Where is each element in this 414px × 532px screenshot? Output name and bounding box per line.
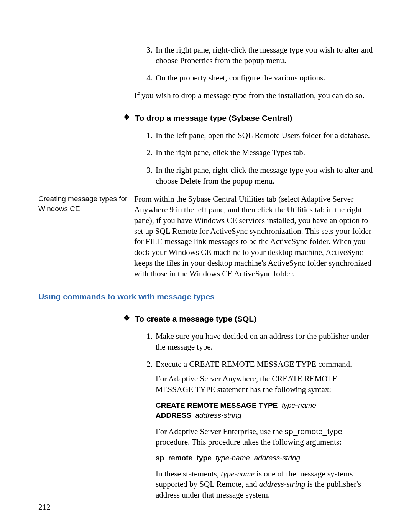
end-d: address-string [259, 479, 306, 489]
row-proc1: ❖ To drop a message type (Sybase Central… [38, 109, 376, 194]
syntax-create-remote: CREATE REMOTE MESSAGE TYPE type-name ADD… [156, 401, 376, 421]
arg-type-name: type-name [215, 454, 250, 462]
kw-address: ADDRESS [156, 411, 191, 419]
asa-para: For Adaptive Server Anywhere, the CREATE… [156, 374, 376, 395]
proc2-step-1: 1. Make sure you have decided on an addr… [134, 331, 376, 352]
step-text: In the left pane, open the SQL Remote Us… [156, 130, 376, 141]
proc2-details: For Adaptive Server Anywhere, the CREATE… [134, 374, 376, 501]
side-para: From within the Sybase Central Utilities… [134, 194, 376, 279]
proc2: ❖ To create a message type (SQL) 1. Make… [123, 310, 376, 506]
arg-type-name: type-name [282, 401, 316, 409]
end-a: In these statements, [156, 469, 221, 478]
proc1-step-2: 2. In the right pane, click the Message … [134, 148, 376, 158]
ase-text-a: For Adaptive Server Enterprise, use the [156, 427, 285, 436]
step-text: On the property sheet, configure the var… [156, 73, 376, 84]
step-number: 1. [141, 130, 156, 141]
step-number: 2. [141, 148, 156, 158]
step-text: Execute a CREATE REMOTE MESSAGE TYPE com… [156, 359, 376, 370]
step-number: 3. [141, 45, 156, 66]
step-number: 4. [141, 73, 156, 84]
step-text: In the right pane, right-click the messa… [156, 165, 376, 186]
arg-address-string: address-string [254, 454, 300, 462]
diamond-icon: ❖ [123, 113, 135, 122]
procedure-title: To create a message type (SQL) [135, 314, 256, 324]
row-proc2: ❖ To create a message type (SQL) 1. Make… [38, 310, 376, 506]
step-number: 2. [141, 359, 156, 370]
side-label: Creating message types for Windows CE [38, 194, 134, 213]
steps-top: 3. In the right pane, right-click the me… [134, 45, 376, 109]
step-text: In the right pane, click the Message Typ… [156, 148, 376, 158]
row-side-para: Creating message types for Windows CE Fr… [38, 194, 376, 285]
ase-text-c: procedure. This procedure takes the foll… [156, 437, 342, 447]
proc1-step-3: 3. In the right pane, right-click the me… [134, 165, 376, 186]
top-rule [38, 28, 376, 28]
proc2-step-2: 2. Execute a CREATE REMOTE MESSAGE TYPE … [134, 359, 376, 370]
kw-create: CREATE REMOTE MESSAGE TYPE [156, 401, 278, 409]
step-number: 3. [141, 165, 156, 186]
kw-sp: sp_remote_type [156, 454, 212, 462]
step-text: Make sure you have decided on an address… [156, 331, 376, 352]
step-text: In the right pane, right-click the messa… [156, 45, 376, 66]
end-b: type-name [221, 469, 254, 478]
proc1: ❖ To drop a message type (Sybase Central… [123, 109, 376, 194]
end-para: In these statements, type-name is one of… [156, 469, 376, 501]
ase-para: For Adaptive Server Enterprise, use the … [156, 426, 376, 448]
procedure-title: To drop a message type (Sybase Central) [135, 113, 292, 123]
drop-intro: If you wish to drop a message type from … [134, 90, 376, 101]
section-heading: Using commands to work with message type… [38, 292, 376, 301]
proc-name: sp_remote_type [285, 427, 343, 436]
arg-address-string: address-string [195, 411, 241, 419]
proc1-step-1: 1. In the left pane, open the SQL Remote… [134, 130, 376, 141]
syntax-sp-remote-type: sp_remote_type type-name, address-string [156, 453, 376, 463]
diamond-icon: ❖ [123, 314, 135, 323]
procedure-heading: ❖ To create a message type (SQL) [123, 314, 376, 324]
step-4: 4. On the property sheet, configure the … [134, 73, 376, 84]
procedure-heading: ❖ To drop a message type (Sybase Central… [123, 113, 376, 123]
step-number: 1. [141, 331, 156, 352]
page: 3. In the right pane, right-click the me… [0, 0, 414, 506]
step-3: 3. In the right pane, right-click the me… [134, 45, 376, 66]
page-number: 212 [38, 502, 51, 512]
row-top-steps: 3. In the right pane, right-click the me… [38, 45, 376, 109]
